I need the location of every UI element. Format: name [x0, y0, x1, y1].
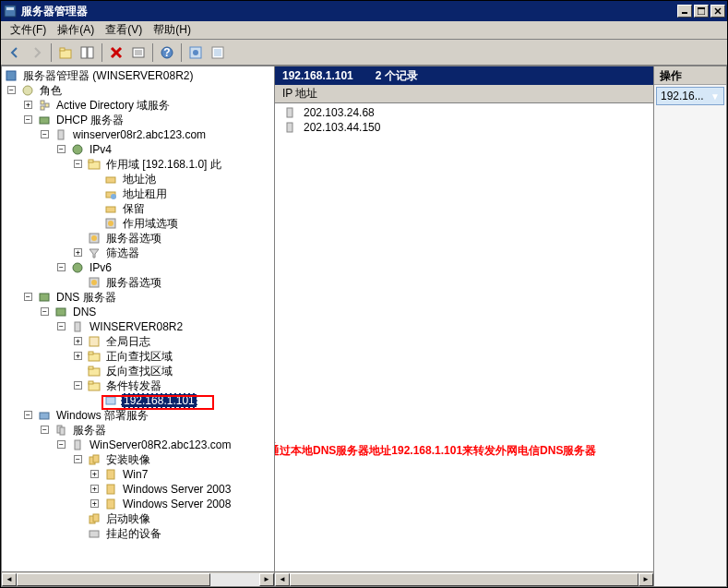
expander-icon[interactable]: − — [57, 440, 66, 449]
tree-cond-fwd[interactable]: −条件转发器 — [4, 378, 272, 393]
expander-icon[interactable]: + — [90, 485, 99, 493]
tree-win7[interactable]: +Win7 — [4, 467, 272, 482]
expander-icon[interactable]: − — [74, 455, 82, 463]
expander-icon[interactable]: − — [41, 307, 49, 316]
delete-button[interactable] — [106, 42, 126, 63]
scroll-left-button[interactable]: ◄ — [275, 573, 290, 586]
menu-file[interactable]: 文件(F) — [5, 20, 52, 40]
menu-action[interactable]: 操作(A) — [52, 20, 100, 40]
tree-reserve[interactable]: 保留 — [4, 201, 272, 216]
show-hide-button[interactable] — [78, 42, 98, 63]
menubar: 文件(F) 操作(A) 查看(V) 帮助(H) — [1, 21, 727, 40]
expander-icon[interactable]: + — [24, 101, 32, 109]
expander-icon[interactable]: − — [24, 293, 32, 301]
expander-icon[interactable]: − — [57, 145, 66, 153]
expander-icon[interactable]: + — [90, 470, 99, 478]
tree-dns-sub[interactable]: −DNS — [4, 305, 272, 319]
scroll-right-button[interactable]: ► — [638, 573, 653, 586]
tree-label: 服务器管理器 (WINSERVER08R2) — [21, 68, 195, 84]
svg-rect-62 — [107, 485, 114, 494]
forward-button[interactable] — [27, 42, 47, 63]
tree-scope-opts[interactable]: 作用域选项 — [4, 216, 272, 231]
expander-icon[interactable]: + — [74, 352, 82, 360]
column-ip[interactable]: IP 地址 — [282, 86, 317, 102]
pending-icon — [87, 526, 101, 541]
options-icon — [87, 275, 101, 290]
up-button[interactable] — [55, 42, 76, 63]
tree-wds-host[interactable]: −WinServer08R2.abc123.com — [4, 438, 272, 452]
options-1-button[interactable] — [185, 42, 206, 63]
list-item[interactable]: 202.103.44.150 — [279, 120, 650, 135]
svg-rect-44 — [40, 294, 49, 301]
back-button[interactable] — [5, 42, 25, 63]
expander-icon[interactable]: − — [74, 160, 82, 168]
help-button[interactable]: ? — [157, 42, 177, 63]
expander-icon[interactable]: − — [41, 426, 49, 434]
tree-install-img[interactable]: −安装映像 — [4, 452, 272, 467]
action-header: 操作 — [654, 66, 726, 85]
tree-ws2003[interactable]: +Windows Server 2003 — [4, 482, 272, 497]
menu-help[interactable]: 帮助(H) — [148, 20, 197, 40]
tree-ipv6-opts[interactable]: 服务器选项 — [4, 275, 272, 290]
tree-dns[interactable]: −DNS 服务器 — [4, 290, 272, 305]
tree-label: 筛选器 — [104, 246, 141, 261]
tree-server-opts[interactable]: 服务器选项 — [4, 231, 272, 246]
action-item[interactable]: 192.16... ▼ — [656, 87, 724, 105]
tree-root[interactable]: 服务器管理器 (WINSERVER08R2) — [4, 68, 272, 83]
pool-icon — [103, 172, 118, 186]
tree-label: 挂起的设备 — [104, 526, 163, 542]
tree-globallog[interactable]: +全局日志 — [4, 334, 272, 349]
expander-icon[interactable]: − — [74, 381, 82, 390]
minimize-button[interactable] — [677, 5, 692, 18]
forwarder-icon — [103, 393, 118, 408]
tree-ipv6[interactable]: −IPv6 — [4, 260, 272, 275]
expander-icon[interactable]: + — [74, 248, 82, 257]
tree-selected-ip[interactable]: 192.168.1.101 — [4, 393, 272, 408]
tree-ipv4[interactable]: − IPv4 — [4, 142, 272, 157]
properties-button[interactable] — [128, 42, 149, 63]
scroll-right-button[interactable]: ► — [259, 573, 274, 586]
expander-icon[interactable]: − — [7, 86, 16, 94]
tree-lease[interactable]: 地址租用 — [4, 186, 272, 201]
list-scrollbar[interactable]: ◄ ► — [275, 571, 653, 586]
tree-fwd-zones[interactable]: +正向查找区域 — [4, 349, 272, 364]
servers-icon — [54, 423, 68, 438]
expander-icon[interactable]: − — [57, 263, 66, 271]
expander-icon[interactable]: + — [90, 499, 99, 508]
close-button[interactable] — [710, 5, 725, 18]
roles-icon — [20, 83, 35, 98]
image-icon — [103, 467, 118, 482]
list-body[interactable]: 202.103.24.68 202.103.44.150 通过本地DNS服务器地… — [275, 103, 653, 571]
tree-label: IPv6 — [88, 261, 113, 274]
expander-icon[interactable]: − — [24, 115, 32, 124]
tree-dhcp[interactable]: − DHCP 服务器 — [4, 113, 272, 127]
tree-ws2008[interactable]: +Windows Server 2008 — [4, 497, 272, 511]
maximize-button[interactable] — [694, 5, 709, 18]
menu-view[interactable]: 查看(V) — [100, 20, 148, 40]
tree-scope[interactable]: − 作用域 [192.168.1.0] 此 — [4, 157, 272, 172]
tree-rev-zones[interactable]: 反向查找区域 — [4, 364, 272, 378]
expander-icon[interactable]: − — [41, 130, 49, 138]
tree-label: 角色 — [38, 83, 64, 99]
tree-roles[interactable]: − 角色 — [4, 83, 272, 98]
tree-boot-img[interactable]: 启动映像 — [4, 511, 272, 526]
list-columns[interactable]: IP 地址 — [275, 85, 653, 103]
tree-wds[interactable]: −Windows 部署服务 — [4, 408, 272, 423]
options-2-button[interactable] — [208, 42, 228, 63]
expander-icon[interactable]: + — [74, 337, 82, 345]
tree-pane[interactable]: 服务器管理器 (WINSERVER08R2) − 角色 + Active Dir… — [2, 66, 275, 586]
tree-filters[interactable]: +筛选器 — [4, 246, 272, 260]
tree-scrollbar[interactable]: ◄ ► — [2, 571, 274, 586]
expander-icon[interactable]: − — [57, 322, 66, 330]
tree-dns-host[interactable]: −WINSERVER08R2 — [4, 319, 272, 334]
expander-icon[interactable]: − — [24, 411, 32, 419]
tree-label: 反向查找区域 — [104, 364, 174, 379]
tree-dhcp-host[interactable]: − winserver08r2.abc123.com — [4, 127, 272, 142]
list-item[interactable]: 202.103.24.68 — [279, 105, 650, 120]
tree-ad[interactable]: + Active Directory 域服务 — [4, 98, 272, 113]
tree-pending[interactable]: 挂起的设备 — [4, 526, 272, 541]
tree-label: 保留 — [121, 201, 147, 217]
scroll-left-button[interactable]: ◄ — [2, 573, 17, 586]
tree-servers[interactable]: −服务器 — [4, 423, 272, 438]
tree-pool[interactable]: 地址池 — [4, 172, 272, 186]
